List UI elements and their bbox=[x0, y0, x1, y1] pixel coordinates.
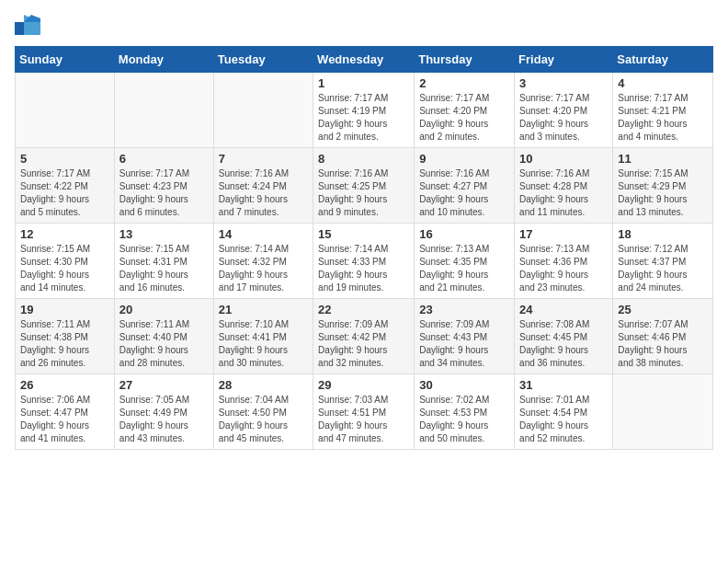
calendar-cell: 31Sunrise: 7:01 AM Sunset: 4:54 PM Dayli… bbox=[515, 374, 613, 450]
calendar-cell: 25Sunrise: 7:07 AM Sunset: 4:46 PM Dayli… bbox=[613, 299, 713, 374]
calendar-cell: 11Sunrise: 7:15 AM Sunset: 4:29 PM Dayli… bbox=[613, 148, 713, 224]
day-number: 26 bbox=[20, 378, 109, 392]
day-number: 12 bbox=[20, 227, 109, 241]
day-number: 18 bbox=[618, 227, 708, 241]
calendar-cell bbox=[16, 73, 115, 148]
day-detail: Sunrise: 7:12 AM Sunset: 4:37 PM Dayligh… bbox=[618, 243, 708, 294]
calendar-cell: 21Sunrise: 7:10 AM Sunset: 4:41 PM Dayli… bbox=[213, 299, 313, 374]
day-detail: Sunrise: 7:02 AM Sunset: 4:53 PM Dayligh… bbox=[419, 394, 509, 445]
calendar-cell: 23Sunrise: 7:09 AM Sunset: 4:43 PM Dayli… bbox=[415, 299, 515, 374]
day-number: 21 bbox=[219, 303, 308, 316]
calendar-cell: 13Sunrise: 7:15 AM Sunset: 4:31 PM Dayli… bbox=[114, 224, 213, 299]
calendar-cell bbox=[613, 374, 713, 450]
calendar-cell: 2Sunrise: 7:17 AM Sunset: 4:20 PM Daylig… bbox=[415, 73, 515, 148]
day-number: 8 bbox=[318, 152, 409, 166]
day-detail: Sunrise: 7:09 AM Sunset: 4:42 PM Dayligh… bbox=[318, 318, 409, 370]
calendar-cell: 6Sunrise: 7:17 AM Sunset: 4:23 PM Daylig… bbox=[114, 148, 213, 224]
day-number: 5 bbox=[20, 152, 109, 166]
day-number: 29 bbox=[318, 378, 409, 392]
day-number: 15 bbox=[318, 227, 409, 241]
calendar-cell: 17Sunrise: 7:13 AM Sunset: 4:36 PM Dayli… bbox=[515, 224, 613, 299]
weekday-header-wednesday: Wednesday bbox=[313, 47, 415, 73]
calendar-cell: 19Sunrise: 7:11 AM Sunset: 4:38 PM Dayli… bbox=[16, 299, 115, 374]
day-detail: Sunrise: 7:16 AM Sunset: 4:27 PM Dayligh… bbox=[419, 167, 509, 219]
calendar-cell bbox=[213, 73, 313, 148]
day-detail: Sunrise: 7:14 AM Sunset: 4:32 PM Dayligh… bbox=[219, 243, 308, 294]
day-number: 25 bbox=[618, 303, 708, 316]
day-detail: Sunrise: 7:11 AM Sunset: 4:40 PM Dayligh… bbox=[119, 318, 209, 370]
day-detail: Sunrise: 7:17 AM Sunset: 4:20 PM Dayligh… bbox=[419, 92, 509, 144]
calendar-week-3: 12Sunrise: 7:15 AM Sunset: 4:30 PM Dayli… bbox=[16, 224, 713, 299]
calendar-cell: 22Sunrise: 7:09 AM Sunset: 4:42 PM Dayli… bbox=[313, 299, 415, 374]
day-number: 31 bbox=[519, 378, 608, 392]
calendar-cell: 18Sunrise: 7:12 AM Sunset: 4:37 PM Dayli… bbox=[613, 224, 713, 299]
calendar-cell: 8Sunrise: 7:16 AM Sunset: 4:25 PM Daylig… bbox=[313, 148, 415, 224]
day-number: 20 bbox=[119, 303, 209, 316]
calendar-cell: 3Sunrise: 7:17 AM Sunset: 4:20 PM Daylig… bbox=[515, 73, 613, 148]
day-detail: Sunrise: 7:07 AM Sunset: 4:46 PM Dayligh… bbox=[618, 318, 708, 370]
day-number: 2 bbox=[419, 76, 509, 90]
day-number: 1 bbox=[318, 76, 409, 90]
weekday-header-monday: Monday bbox=[114, 47, 213, 73]
day-number: 30 bbox=[419, 378, 509, 392]
calendar-week-2: 5Sunrise: 7:17 AM Sunset: 4:22 PM Daylig… bbox=[16, 148, 713, 224]
weekday-header-sunday: Sunday bbox=[16, 47, 115, 73]
calendar-cell: 27Sunrise: 7:05 AM Sunset: 4:49 PM Dayli… bbox=[114, 374, 213, 450]
day-detail: Sunrise: 7:15 AM Sunset: 4:31 PM Dayligh… bbox=[119, 243, 209, 294]
calendar-cell bbox=[114, 73, 213, 148]
calendar-cell: 26Sunrise: 7:06 AM Sunset: 4:47 PM Dayli… bbox=[16, 374, 115, 450]
day-number: 13 bbox=[119, 227, 209, 241]
calendar-cell: 5Sunrise: 7:17 AM Sunset: 4:22 PM Daylig… bbox=[16, 148, 115, 224]
calendar-cell: 24Sunrise: 7:08 AM Sunset: 4:45 PM Dayli… bbox=[515, 299, 613, 374]
day-number: 14 bbox=[219, 227, 308, 241]
calendar-cell: 7Sunrise: 7:16 AM Sunset: 4:24 PM Daylig… bbox=[213, 148, 313, 224]
day-detail: Sunrise: 7:17 AM Sunset: 4:23 PM Dayligh… bbox=[119, 167, 209, 219]
page-header bbox=[15, 15, 713, 35]
day-number: 6 bbox=[119, 152, 209, 166]
day-detail: Sunrise: 7:05 AM Sunset: 4:49 PM Dayligh… bbox=[119, 394, 209, 445]
day-number: 19 bbox=[20, 303, 109, 316]
day-detail: Sunrise: 7:15 AM Sunset: 4:29 PM Dayligh… bbox=[618, 167, 708, 219]
day-number: 7 bbox=[219, 152, 308, 166]
calendar-cell: 15Sunrise: 7:14 AM Sunset: 4:33 PM Dayli… bbox=[313, 224, 415, 299]
calendar-cell: 9Sunrise: 7:16 AM Sunset: 4:27 PM Daylig… bbox=[415, 148, 515, 224]
day-detail: Sunrise: 7:16 AM Sunset: 4:28 PM Dayligh… bbox=[519, 167, 608, 219]
day-detail: Sunrise: 7:14 AM Sunset: 4:33 PM Dayligh… bbox=[318, 243, 409, 294]
day-number: 4 bbox=[618, 76, 708, 90]
day-detail: Sunrise: 7:10 AM Sunset: 4:41 PM Dayligh… bbox=[219, 318, 308, 370]
day-detail: Sunrise: 7:16 AM Sunset: 4:24 PM Dayligh… bbox=[219, 167, 308, 219]
day-number: 16 bbox=[419, 227, 509, 241]
day-detail: Sunrise: 7:17 AM Sunset: 4:19 PM Dayligh… bbox=[318, 92, 409, 144]
day-detail: Sunrise: 7:13 AM Sunset: 4:35 PM Dayligh… bbox=[419, 243, 509, 294]
day-number: 11 bbox=[618, 152, 708, 166]
day-detail: Sunrise: 7:17 AM Sunset: 4:22 PM Dayligh… bbox=[20, 167, 109, 219]
calendar-cell: 12Sunrise: 7:15 AM Sunset: 4:30 PM Dayli… bbox=[16, 224, 115, 299]
logo bbox=[15, 15, 44, 35]
calendar-cell: 1Sunrise: 7:17 AM Sunset: 4:19 PM Daylig… bbox=[313, 73, 415, 148]
calendar-cell: 30Sunrise: 7:02 AM Sunset: 4:53 PM Dayli… bbox=[415, 374, 515, 450]
weekday-header-saturday: Saturday bbox=[613, 47, 713, 73]
day-detail: Sunrise: 7:17 AM Sunset: 4:20 PM Dayligh… bbox=[519, 92, 608, 144]
calendar-cell: 20Sunrise: 7:11 AM Sunset: 4:40 PM Dayli… bbox=[114, 299, 213, 374]
calendar-cell: 16Sunrise: 7:13 AM Sunset: 4:35 PM Dayli… bbox=[415, 224, 515, 299]
calendar-header-row: SundayMondayTuesdayWednesdayThursdayFrid… bbox=[16, 47, 713, 73]
calendar-week-1: 1Sunrise: 7:17 AM Sunset: 4:19 PM Daylig… bbox=[16, 73, 713, 148]
calendar-cell: 28Sunrise: 7:04 AM Sunset: 4:50 PM Dayli… bbox=[213, 374, 313, 450]
day-detail: Sunrise: 7:11 AM Sunset: 4:38 PM Dayligh… bbox=[20, 318, 109, 370]
day-detail: Sunrise: 7:04 AM Sunset: 4:50 PM Dayligh… bbox=[219, 394, 308, 445]
calendar-cell: 14Sunrise: 7:14 AM Sunset: 4:32 PM Dayli… bbox=[213, 224, 313, 299]
day-detail: Sunrise: 7:01 AM Sunset: 4:54 PM Dayligh… bbox=[519, 394, 608, 445]
calendar-cell: 10Sunrise: 7:16 AM Sunset: 4:28 PM Dayli… bbox=[515, 148, 613, 224]
day-number: 24 bbox=[519, 303, 608, 316]
day-detail: Sunrise: 7:06 AM Sunset: 4:47 PM Dayligh… bbox=[20, 394, 109, 445]
day-number: 17 bbox=[519, 227, 608, 241]
day-detail: Sunrise: 7:13 AM Sunset: 4:36 PM Dayligh… bbox=[519, 243, 608, 294]
day-number: 27 bbox=[119, 378, 209, 392]
day-detail: Sunrise: 7:03 AM Sunset: 4:51 PM Dayligh… bbox=[318, 394, 409, 445]
day-detail: Sunrise: 7:08 AM Sunset: 4:45 PM Dayligh… bbox=[519, 318, 608, 370]
calendar-week-4: 19Sunrise: 7:11 AM Sunset: 4:38 PM Dayli… bbox=[16, 299, 713, 374]
day-detail: Sunrise: 7:15 AM Sunset: 4:30 PM Dayligh… bbox=[20, 243, 109, 294]
calendar-week-5: 26Sunrise: 7:06 AM Sunset: 4:47 PM Dayli… bbox=[16, 374, 713, 450]
day-number: 23 bbox=[419, 303, 509, 316]
day-number: 28 bbox=[219, 378, 308, 392]
